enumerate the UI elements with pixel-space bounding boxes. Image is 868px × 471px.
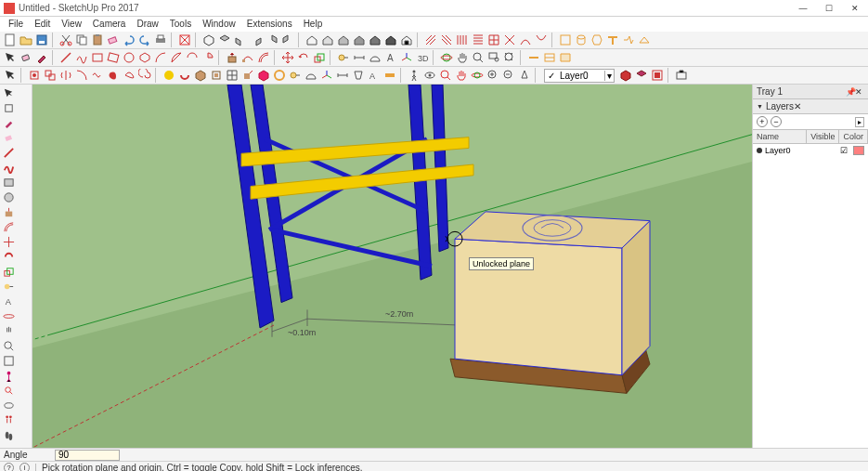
zoom2-icon[interactable] — [438, 68, 453, 83]
follow-icon[interactable] — [240, 50, 255, 65]
sect-plane-icon[interactable] — [382, 68, 397, 83]
menu-help[interactable]: Help — [298, 17, 329, 32]
blob-icon[interactable] — [106, 68, 121, 83]
hatch-3-icon[interactable] — [455, 33, 470, 47]
orbit3-icon[interactable] — [2, 309, 16, 323]
menu-window[interactable]: Window — [197, 17, 241, 32]
yellow-dot-icon[interactable] — [162, 68, 176, 83]
feet-icon[interactable] — [2, 428, 16, 442]
line2-icon[interactable] — [2, 146, 16, 160]
menu-view[interactable]: View — [56, 17, 87, 32]
new-icon[interactable] — [3, 33, 18, 47]
layer-combo[interactable]: ✓ ▾ — [544, 69, 615, 83]
circle2-icon[interactable] — [2, 190, 16, 204]
layer-input[interactable] — [558, 71, 604, 81]
walk-icon[interactable] — [407, 68, 421, 83]
move2-icon[interactable] — [2, 235, 16, 249]
hatch-5-icon[interactable] — [486, 33, 501, 47]
line-icon[interactable] — [58, 50, 73, 65]
save-icon[interactable] — [34, 33, 49, 47]
undo-icon[interactable] — [122, 33, 136, 47]
hatch-8-icon[interactable] — [534, 33, 549, 47]
drum-icon[interactable] — [574, 33, 589, 47]
3dtext-icon[interactable]: 3D — [415, 50, 430, 65]
house6-icon[interactable] — [383, 33, 398, 47]
rot-rect-icon[interactable] — [106, 50, 121, 65]
push2-icon[interactable] — [2, 205, 16, 219]
share-icon[interactable] — [634, 68, 649, 83]
zoom3-icon[interactable] — [2, 339, 16, 353]
scale-icon[interactable] — [312, 50, 327, 65]
brown-move-icon[interactable] — [240, 68, 255, 83]
circle-icon[interactable] — [122, 50, 136, 65]
select2-icon[interactable] — [2, 86, 16, 100]
info-icon[interactable]: i — [19, 463, 30, 471]
paint-icon[interactable] — [34, 50, 49, 65]
menu-file[interactable]: File — [3, 17, 29, 32]
layer-color-swatch[interactable] — [853, 146, 864, 155]
col-color[interactable]: Color — [839, 130, 868, 143]
front-icon[interactable] — [233, 33, 248, 47]
house1-icon[interactable] — [304, 33, 319, 47]
left-icon[interactable] — [280, 33, 295, 47]
spiral-icon[interactable] — [137, 68, 152, 83]
brown-offset-icon[interactable] — [209, 68, 224, 83]
ext-wh-icon[interactable] — [674, 68, 689, 83]
layer-dropdown-icon[interactable]: ▾ — [604, 71, 614, 81]
cursor-icon[interactable] — [3, 68, 18, 83]
3dwh-icon[interactable] — [618, 68, 633, 83]
box-y-icon[interactable] — [558, 33, 573, 47]
offset2-icon[interactable] — [2, 220, 16, 234]
print-icon[interactable] — [153, 33, 168, 47]
remove-layer-button[interactable]: − — [771, 116, 782, 127]
group-icon[interactable] — [43, 68, 58, 83]
eraser2-icon[interactable] — [2, 131, 16, 145]
make-comp-icon[interactable] — [2, 101, 16, 115]
scale2-icon[interactable] — [2, 265, 16, 279]
freehand-icon[interactable] — [74, 50, 89, 65]
join-icon[interactable] — [621, 33, 636, 47]
tape3-icon[interactable] — [2, 280, 16, 294]
col-visible[interactable]: Visible — [807, 130, 839, 143]
menu-tools[interactable]: Tools — [164, 17, 197, 32]
pie-icon[interactable] — [201, 50, 215, 65]
position-icon[interactable] — [517, 68, 532, 83]
cut-icon[interactable] — [58, 33, 73, 47]
iso-icon[interactable] — [201, 33, 216, 47]
text2-icon[interactable] — [351, 68, 366, 83]
tape-icon[interactable] — [336, 50, 351, 65]
erase-icon[interactable] — [106, 33, 121, 47]
menu-draw[interactable]: Draw — [131, 17, 163, 32]
arc-icon[interactable] — [153, 50, 168, 65]
tray-panel-close-icon[interactable]: ✕ — [794, 101, 801, 111]
house4-icon[interactable] — [352, 33, 367, 47]
hatch-2-icon[interactable] — [439, 33, 454, 47]
hatch-1-icon[interactable] — [423, 33, 438, 47]
vcb-input[interactable] — [55, 450, 120, 461]
dim2-icon[interactable] — [335, 68, 350, 83]
3dtext2-icon[interactable]: A — [367, 68, 382, 83]
open-icon[interactable] — [19, 33, 33, 47]
col-name[interactable]: Name — [753, 130, 807, 143]
protractor-icon[interactable] — [368, 50, 382, 65]
hatch-6-icon[interactable] — [502, 33, 517, 47]
maximize-button[interactable]: ☐ — [816, 0, 842, 17]
back-icon[interactable] — [265, 33, 279, 47]
axes2-icon[interactable] — [319, 68, 334, 83]
menu-extensions[interactable]: Extensions — [241, 17, 298, 32]
offset-icon[interactable] — [256, 50, 271, 65]
zoom-icon[interactable] — [471, 50, 486, 65]
hatch-4-icon[interactable] — [471, 33, 486, 47]
flip-icon[interactable] — [58, 68, 73, 83]
rotate2-icon[interactable] — [2, 250, 16, 264]
text-icon[interactable]: A — [383, 50, 398, 65]
house2-icon[interactable] — [320, 33, 335, 47]
sect-icon[interactable] — [526, 50, 541, 65]
arc2-icon[interactable] — [169, 50, 184, 65]
copy-icon[interactable] — [74, 33, 89, 47]
move-icon[interactable] — [280, 50, 295, 65]
look2-icon[interactable] — [2, 399, 16, 412]
tray-layers-header[interactable]: ▼ Layers ✕ — [753, 99, 868, 114]
grid-icon[interactable] — [225, 68, 240, 83]
zoomext-icon[interactable] — [2, 354, 16, 368]
